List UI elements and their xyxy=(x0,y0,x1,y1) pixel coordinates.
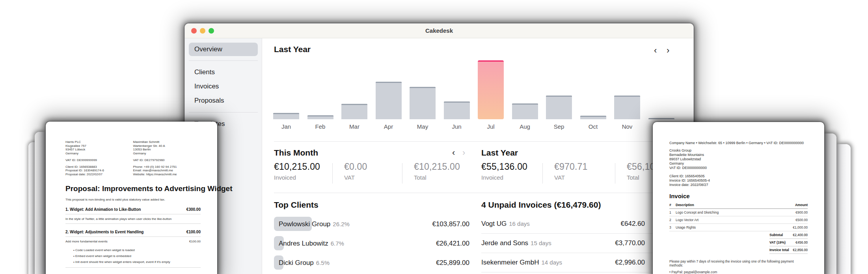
sender-address-line: Germany xyxy=(133,152,201,156)
chart-prev-icon[interactable]: ‹ xyxy=(654,47,657,54)
stat-value: €10,215.00 xyxy=(274,161,332,172)
bar-cap xyxy=(478,60,504,62)
chart-bar-mar[interactable] xyxy=(341,104,367,119)
page: Cakedesk OverviewClientsInvoicesProposal… xyxy=(0,0,868,274)
stat-label: Invoiced xyxy=(274,174,332,181)
client-vat: VAT ID: DE999999999 xyxy=(65,158,133,162)
invoice-col-desc: Description xyxy=(676,203,795,207)
stat-invoiced: €10,215.00Invoiced xyxy=(274,161,332,184)
unpaid-invoice-row[interactable]: Isekenmeier GmbH14 days€2,996.00 xyxy=(481,253,675,272)
invoice-overdue-days: 15 days xyxy=(531,240,551,246)
sidebar-item-overview[interactable]: Overview xyxy=(189,43,258,56)
line-amount: €1,000.00 xyxy=(793,225,808,229)
payment-method-line: • PayPal: paypal@example.com xyxy=(669,270,808,274)
chart-bar-sep[interactable] xyxy=(546,96,572,119)
proposal-item-amount: €300.00 xyxy=(186,207,201,212)
spacer xyxy=(133,162,201,165)
chart-next-icon[interactable]: › xyxy=(667,47,669,54)
proposal-item-bullets: • Code Loaded event when widget is loade… xyxy=(65,248,201,268)
month-label: Apr xyxy=(376,123,402,130)
unpaid-heading: 4 Unpaid Invoices (€16,479.60) xyxy=(481,200,601,210)
invoice-total-row: Invoice total€2,856.00 xyxy=(769,246,808,254)
stat-label: VAT xyxy=(554,174,615,181)
unpaid-invoice-row[interactable]: Jerde and Sons15 days€3,770.00 xyxy=(481,234,675,253)
unpaid-invoice-row[interactable]: Vogt UG16 days€642.60 xyxy=(481,214,675,234)
chart-bar-feb[interactable] xyxy=(307,115,333,119)
invoice-client-name: Vogt UG16 days xyxy=(481,220,530,228)
stat-value: €10,215.00 xyxy=(414,161,472,172)
bar-cap xyxy=(546,96,572,97)
month-label: Mar xyxy=(341,123,367,130)
line-num: 2 xyxy=(669,218,676,222)
sidebar-item-clients[interactable]: Clients xyxy=(189,65,258,79)
line-num: 1 xyxy=(669,210,676,214)
month-label: Jan xyxy=(273,123,299,130)
chart-bar-jun[interactable] xyxy=(444,101,470,119)
spacer xyxy=(65,162,133,165)
sidebar-divider xyxy=(189,60,258,61)
total-label: Subtotal xyxy=(769,233,783,237)
month-label: Oct xyxy=(580,123,606,130)
invoice-amount: €3,770.00 xyxy=(615,239,645,247)
stats-prev-icon[interactable]: ‹ xyxy=(452,149,455,157)
spacer xyxy=(65,155,133,158)
invoice-total-row: Subtotal€2,400.00 xyxy=(769,231,808,239)
sidebar-item-proposals[interactable]: Proposals xyxy=(189,94,258,108)
window-title: Cakedesk xyxy=(185,24,693,38)
stat-value: €55,136.00 xyxy=(481,161,542,172)
chart-bar-oct[interactable] xyxy=(580,116,606,119)
line-amount: €900.00 xyxy=(795,210,808,214)
invoice-sheet-mid xyxy=(823,133,836,274)
client-amount: €103,857.00 xyxy=(432,220,469,228)
total-value: €456.00 xyxy=(795,240,808,244)
sender-contact-line: Website: https://maxschmitt.me xyxy=(133,173,201,176)
month-label: Sep xyxy=(546,123,572,130)
invoice-payment-note: Please pay within 7 days of receiving th… xyxy=(669,259,808,267)
bar-chart xyxy=(273,60,679,119)
chart-bar-nov[interactable] xyxy=(614,96,640,119)
stats-next-icon[interactable]: › xyxy=(462,149,465,157)
bar-cap xyxy=(614,96,640,97)
proposal-item-desc: In the style of Twitter, a little animat… xyxy=(65,214,201,224)
invoice-client-name: Isekenmeier GmbH14 days xyxy=(481,259,562,266)
top-client-row[interactable]: Powlowski Group26.2%€103,857.00 xyxy=(274,214,469,234)
top-client-row[interactable]: Andres Lubowitz6.7%€26,421.00 xyxy=(274,234,469,253)
client-amount: €25,899.00 xyxy=(436,259,469,267)
invoice-document: Company Name • Weichselstr. 65 • 10999 B… xyxy=(653,122,824,274)
client-percentage: 26.2% xyxy=(333,221,350,227)
bar-cap xyxy=(648,118,674,119)
sidebar-item-invoices[interactable]: Invoices xyxy=(189,79,258,94)
client-address-line: Harris PLC xyxy=(65,140,133,144)
proposal-item-heading: 1. Widget: Add Animation to Like-Button€… xyxy=(65,207,201,214)
app-window: Cakedesk OverviewClientsInvoicesProposal… xyxy=(184,23,694,274)
chart-bar-apr[interactable] xyxy=(376,82,402,119)
sender-address-line: 13053 Berlin xyxy=(133,148,201,152)
bar-cap xyxy=(580,116,606,117)
invoice-line-item: 3Usage Rights€1,000.00 xyxy=(669,224,808,231)
invoice-client-address-line: Germany xyxy=(669,161,808,166)
chart-bar-jul[interactable] xyxy=(478,60,504,119)
invoice-client-name: Jerde and Sons15 days xyxy=(481,239,551,247)
chart-bar-jan[interactable] xyxy=(273,113,299,119)
invoice-col-num: # xyxy=(669,203,676,207)
chart-bar-aug[interactable] xyxy=(512,103,538,119)
line-desc: Usage Rights xyxy=(676,225,793,229)
top-client-row[interactable]: Dicki Group6.5%€25,899.00 xyxy=(274,253,469,272)
client-address-line: Klugeallee 757 xyxy=(65,144,133,148)
titlebar[interactable]: Cakedesk xyxy=(185,24,693,38)
chart-bar-may[interactable] xyxy=(410,87,436,119)
proposal-bullet: • Code Loaded event when widget is loade… xyxy=(73,248,201,252)
invoice-company-line: Company Name • Weichselstr. 65 • 10999 B… xyxy=(669,141,808,145)
proposal-item-desc: Add more fundamental events€100.00 xyxy=(65,237,201,246)
invoice-total-row: VAT (19%)€456.00 xyxy=(769,239,808,246)
invoice-meta-line: Invoice ID: 1656540505-4 xyxy=(669,178,808,183)
chart-bar-dec[interactable] xyxy=(648,118,674,119)
chart-title: Last Year xyxy=(274,45,311,54)
stats-cells: €10,215.00Invoiced€0.00VAT€10,215.00Tota… xyxy=(274,161,472,184)
invoice-overdue-days: 14 days xyxy=(541,259,562,266)
invoice-client-address-line: Bernadette Mountains xyxy=(669,153,808,157)
invoice-table-header: #DescriptionAmount xyxy=(669,203,808,209)
invoice-sheet-back xyxy=(836,144,851,274)
stat-label: VAT xyxy=(344,174,402,181)
proposal-meta-line: Proposal ID: 1630489174-6 xyxy=(65,169,133,173)
